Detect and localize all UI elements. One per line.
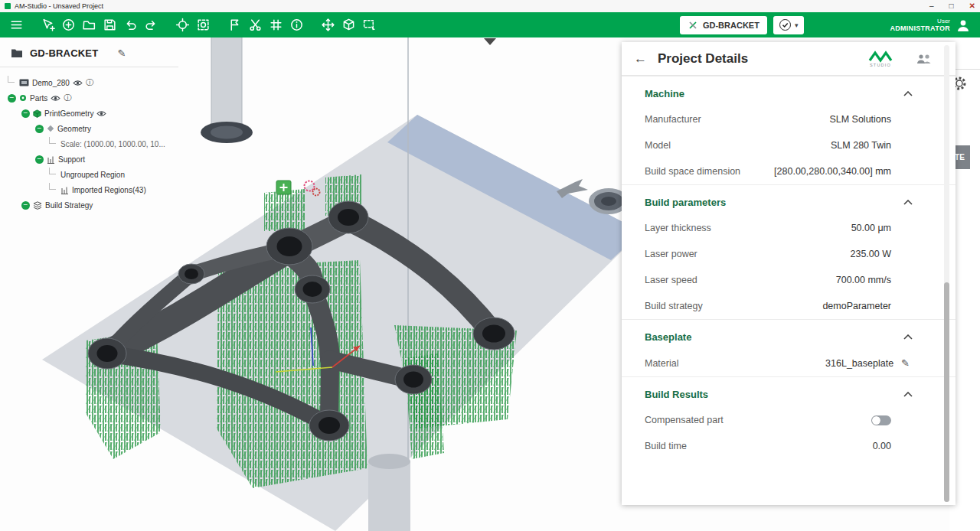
menu-button[interactable] bbox=[6, 15, 27, 35]
tree-item-imported-regions[interactable]: Imported Regions(43) bbox=[6, 182, 178, 197]
row-value: SLM 280 Twin bbox=[831, 140, 891, 151]
cursor-add-icon bbox=[41, 18, 55, 32]
visibility-eye-icon[interactable] bbox=[96, 110, 106, 117]
add-support-badge[interactable] bbox=[276, 181, 291, 194]
folder-icon bbox=[82, 18, 96, 32]
detail-row: Build space dimension [280.00,280.00,340… bbox=[622, 158, 956, 184]
move-button[interactable] bbox=[318, 15, 338, 35]
tree-item-geometry[interactable]: − Geometry bbox=[6, 121, 178, 136]
collapse-toggle[interactable]: − bbox=[35, 155, 44, 164]
tree-item-parts[interactable]: − Parts ⓘ bbox=[6, 90, 178, 106]
detail-row: Laser power 235.00 W bbox=[622, 241, 956, 267]
scene-tree: Demo_280 ⓘ − Parts ⓘ − PrintGeometry − bbox=[0, 67, 178, 213]
tree-item-label: Build Strategy bbox=[45, 201, 93, 210]
project-header: GD-BRACKET ✎ bbox=[0, 37, 178, 67]
scrollbar-thumb[interactable] bbox=[944, 282, 949, 502]
undo-button[interactable] bbox=[120, 15, 141, 35]
tree-item-label: Parts bbox=[30, 94, 47, 103]
tree-item-support[interactable]: − Support bbox=[6, 151, 178, 167]
visibility-eye-icon[interactable] bbox=[73, 80, 83, 86]
tree-item-demo-280[interactable]: Demo_280 ⓘ bbox=[6, 75, 178, 90]
detail-row: Build time 0.00 bbox=[622, 433, 956, 459]
row-value: 0.00 bbox=[873, 441, 891, 451]
lasso-select-button[interactable] bbox=[359, 15, 380, 35]
chevron-up-icon[interactable] bbox=[903, 334, 913, 340]
close-button[interactable]: ✕ bbox=[969, 2, 975, 10]
tree-connector bbox=[49, 137, 56, 144]
collapse-toggle[interactable]: − bbox=[21, 109, 30, 118]
menu-icon bbox=[9, 18, 24, 32]
collapse-toggle[interactable]: − bbox=[35, 125, 44, 133]
tree-connector bbox=[49, 168, 56, 174]
transform-button[interactable] bbox=[338, 15, 359, 35]
jet-icon bbox=[557, 179, 588, 198]
cylinder-top bbox=[201, 37, 253, 143]
detail-row-compensated: Compensated part bbox=[622, 407, 956, 433]
center-target-button[interactable] bbox=[172, 15, 193, 35]
row-value: SLM Solutions bbox=[829, 114, 891, 125]
edit-material-icon[interactable]: ✎ bbox=[901, 357, 910, 369]
row-value: 700.00 mm/s bbox=[836, 275, 891, 285]
edit-project-name-icon[interactable]: ✎ bbox=[117, 47, 126, 59]
panel-scrollbar[interactable] bbox=[944, 45, 949, 502]
detail-row: Layer thickness 50.00 μm bbox=[622, 215, 956, 241]
add-button[interactable] bbox=[58, 15, 79, 35]
info-icon bbox=[289, 18, 304, 32]
user-menu[interactable]: User ADMINISTRATOR bbox=[890, 18, 971, 33]
section-build-parameters-header[interactable]: Build parameters bbox=[622, 185, 956, 215]
info-icon[interactable]: ⓘ bbox=[64, 93, 71, 103]
collapse-toggle[interactable]: − bbox=[8, 94, 16, 103]
project-button[interactable]: GD-BRACKET bbox=[680, 16, 767, 34]
top-panel-handle[interactable] bbox=[484, 38, 496, 45]
add-circle-icon bbox=[61, 18, 76, 32]
tree-item-label: Imported Regions(43) bbox=[72, 186, 146, 194]
section-title: Baseplate bbox=[645, 331, 691, 343]
frame-target-button[interactable] bbox=[193, 15, 214, 35]
tree-item-ungrouped-region[interactable]: Ungrouped Region bbox=[6, 167, 178, 182]
maximize-button[interactable]: □ bbox=[949, 2, 954, 10]
window-title: AM-Studio - Unsaved Project bbox=[15, 2, 103, 10]
redo-button[interactable] bbox=[141, 15, 162, 35]
compensated-part-toggle[interactable] bbox=[871, 415, 891, 425]
visibility-eye-icon[interactable] bbox=[51, 95, 60, 102]
grid-button[interactable] bbox=[266, 15, 286, 35]
section-title: Build parameters bbox=[645, 197, 726, 208]
section-build-results-header[interactable]: Build Results bbox=[622, 377, 956, 407]
tree-item-build-strategy[interactable]: − Build Strategy bbox=[6, 197, 178, 213]
open-button[interactable] bbox=[79, 15, 100, 35]
tree-connector bbox=[8, 76, 15, 83]
regions-icon bbox=[60, 186, 69, 194]
add-select-button[interactable] bbox=[38, 15, 58, 35]
row-label: Build time bbox=[645, 441, 687, 451]
section-baseplate-header[interactable]: Baseplate bbox=[622, 320, 956, 350]
tree-item-scale[interactable]: Scale: (1000.00, 1000.00, 10... bbox=[6, 136, 178, 151]
info-button[interactable] bbox=[286, 15, 307, 35]
chevron-up-icon[interactable] bbox=[903, 392, 913, 397]
main-toolbar: GD-BRACKET ▾ User ADMINISTRATOR bbox=[0, 12, 980, 37]
minimize-button[interactable]: – bbox=[929, 2, 934, 10]
row-value: 316L_baseplate bbox=[825, 358, 893, 369]
app-icon bbox=[5, 3, 11, 9]
svg-text:STUDIO: STUDIO bbox=[870, 62, 891, 67]
row-value: [280.00,280.00,340.00] mm bbox=[774, 166, 891, 177]
save-button[interactable] bbox=[100, 15, 120, 35]
back-arrow-icon[interactable]: ← bbox=[634, 51, 647, 67]
flag-button[interactable] bbox=[224, 15, 245, 35]
chevron-up-icon[interactable] bbox=[903, 200, 913, 205]
cut-button[interactable] bbox=[245, 15, 266, 35]
info-icon[interactable]: ⓘ bbox=[86, 77, 93, 88]
section-machine-header[interactable]: Machine bbox=[622, 77, 956, 106]
row-label: Manufacturer bbox=[645, 114, 701, 125]
collapse-toggle[interactable]: − bbox=[21, 201, 30, 210]
undo-icon bbox=[123, 18, 138, 32]
section-build-results: Build Results Compensated part Build tim… bbox=[622, 376, 956, 459]
project-button-label: GD-BRACKET bbox=[703, 21, 760, 30]
validate-dropdown-button[interactable]: ▾ bbox=[773, 16, 805, 34]
chevron-up-icon[interactable] bbox=[903, 91, 913, 96]
user-role: ADMINISTRATOR bbox=[890, 24, 950, 32]
tree-item-printgeometry[interactable]: − PrintGeometry bbox=[6, 106, 178, 121]
detail-row-material: Material 316L_baseplate ✎ bbox=[622, 350, 956, 376]
row-value: demoParameter bbox=[822, 301, 891, 311]
lasso-icon bbox=[362, 18, 377, 32]
users-icon[interactable] bbox=[916, 53, 933, 65]
